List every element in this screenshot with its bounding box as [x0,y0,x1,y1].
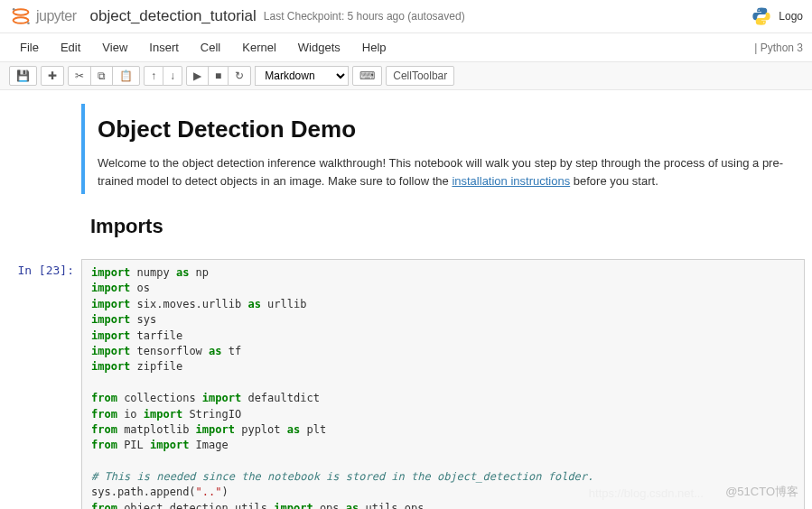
prompt [7,201,81,252]
menu-widgets[interactable]: Widgets [287,37,351,58]
add-cell-button[interactable]: ✚ [41,66,64,86]
jupyter-logo[interactable]: jupyter [9,5,77,28]
imports-h2: Imports [90,215,796,238]
svg-point-1 [14,17,29,23]
python-icon [751,6,771,26]
logout-link[interactable]: Logo [779,10,803,23]
jupyter-icon [9,5,33,28]
copy-button[interactable]: ⧉ [90,66,113,86]
markdown-cell-1[interactable]: Object Detection Demo Welcome to the obj… [7,104,805,194]
code-editor[interactable]: import numpy as np import os import six.… [81,259,805,509]
menu-insert[interactable]: Insert [138,37,190,58]
title-h1: Object Detection Demo [98,116,796,143]
markdown-cell-2[interactable]: Imports [7,201,805,252]
kernel-indicator: | Python 3 [754,42,803,54]
prompt [7,104,81,194]
install-link[interactable]: installation instructions [452,174,570,188]
checkpoint-status: Last Checkpoint: 5 hours ago (autosaved) [264,10,465,23]
menu-kernel[interactable]: Kernel [231,37,287,58]
stop-button[interactable]: ■ [208,66,229,86]
logo-text: jupyter [36,8,77,24]
svg-point-0 [14,9,29,15]
move-up-button[interactable]: ↑ [144,66,163,86]
menu-view[interactable]: View [91,37,138,58]
watermark: @51CTO博客 [725,484,798,500]
in-prompt: In [23]: [7,259,81,509]
celltoolbar-button[interactable]: CellToolbar [386,66,454,86]
run-button[interactable]: ▶ [186,66,209,86]
svg-point-2 [13,8,15,11]
cut-button[interactable]: ✂ [68,66,91,86]
faint-watermark: https://blog.csdn.net... [589,486,704,500]
restart-button[interactable]: ↻ [228,66,251,86]
save-button[interactable]: 💾 [9,66,37,86]
notebook-container: Object Detection Demo Welcome to the obj… [0,90,812,509]
svg-point-3 [27,23,30,25]
menu-cell[interactable]: Cell [190,37,231,58]
menu-file[interactable]: File [9,37,50,58]
menu-help[interactable]: Help [351,37,397,58]
intro-paragraph: Welcome to the object detection inferenc… [98,154,796,190]
cell-type-select[interactable]: Markdown [255,66,349,86]
move-down-button[interactable]: ↓ [163,66,182,86]
notebook-name[interactable]: object_detection_tutorial [90,7,257,25]
code-cell-1[interactable]: In [23]: import numpy as np import os im… [7,259,805,509]
command-palette-button[interactable]: ⌨ [352,66,382,86]
menu-edit[interactable]: Edit [50,37,91,58]
paste-button[interactable]: 📋 [112,66,140,86]
